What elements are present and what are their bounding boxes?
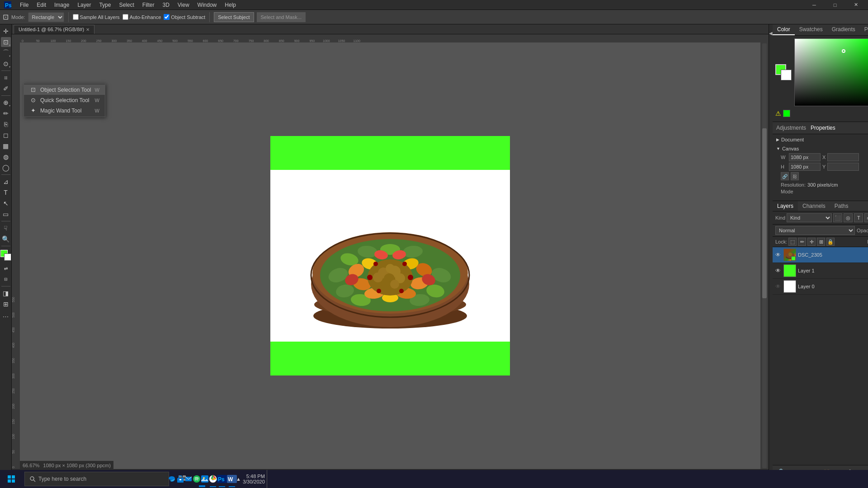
sample-all-layers-checkbox[interactable]: Sample All Layers bbox=[73, 14, 120, 20]
type-tool[interactable]: T bbox=[1, 188, 11, 197]
filter-shape-btn[interactable]: ▭ bbox=[864, 213, 868, 222]
taskbar-clock[interactable]: 5:48 PM 3/30/2020 bbox=[243, 474, 265, 484]
layer-item-layer1[interactable]: 👁 Layer 1 bbox=[773, 263, 868, 279]
height-input[interactable] bbox=[789, 163, 821, 171]
y-input[interactable] bbox=[827, 163, 859, 171]
select-subject-button[interactable]: Select Subject bbox=[214, 12, 254, 22]
object-select-tool[interactable]: ⊙▾ bbox=[1, 59, 11, 69]
canvas-section-header[interactable]: ▼ Canvas bbox=[776, 146, 868, 151]
eraser-tool[interactable]: ◻ bbox=[1, 130, 11, 140]
taskbar-app-photoshop[interactable]: Ps bbox=[217, 470, 227, 488]
swap-colors-button[interactable]: ⇄ bbox=[1, 263, 11, 273]
gradient-tool[interactable]: ▦ bbox=[1, 141, 11, 151]
show-desktop-btn[interactable] bbox=[267, 470, 269, 488]
menu-3d[interactable]: 3D bbox=[159, 1, 173, 9]
app-icon[interactable]: Ps bbox=[2, 0, 14, 10]
properties-tab-active[interactable]: Properties bbox=[811, 125, 835, 131]
blur-tool[interactable]: ◍ bbox=[1, 152, 11, 162]
quick-mask-button[interactable]: ◨ bbox=[1, 288, 11, 298]
path-select-tool[interactable]: ↖ bbox=[1, 198, 11, 208]
taskbar-search-box[interactable]: Type here to search bbox=[24, 472, 169, 486]
layer-visibility-dsc2305[interactable]: 👁 bbox=[774, 251, 782, 258]
object-subtract-checkbox[interactable]: Object Subtract bbox=[164, 14, 205, 20]
lock-transparent-btn[interactable]: ⬚ bbox=[788, 238, 797, 246]
filter-adjust-btn[interactable]: ◎ bbox=[844, 213, 853, 222]
width-input[interactable] bbox=[789, 153, 821, 161]
crop-tool[interactable]: ⌗ bbox=[1, 73, 11, 83]
lock-artboard-btn[interactable]: ⊞ bbox=[817, 238, 825, 246]
filter-pixel-btn[interactable]: ⬛ bbox=[833, 213, 842, 222]
taskbar-app-photos[interactable] bbox=[201, 470, 209, 488]
canvas-viewport[interactable] bbox=[20, 42, 760, 469]
tab-close-icon[interactable]: ✕ bbox=[86, 27, 90, 32]
sample-all-layers-input[interactable] bbox=[73, 14, 79, 20]
screen-mode-button[interactable]: ⊞ bbox=[1, 299, 11, 309]
object-selection-tool-item[interactable]: ⊡ Object Selection Tool W bbox=[24, 84, 105, 95]
menu-view[interactable]: View bbox=[174, 1, 193, 9]
lock-image-btn[interactable]: ✏ bbox=[798, 238, 806, 246]
layer-item-layer0[interactable]: 👁 Layer 0 🔒 bbox=[773, 279, 868, 295]
auto-enhance-input[interactable] bbox=[123, 14, 128, 20]
vertical-scrollbar[interactable] bbox=[760, 42, 769, 469]
document-tab[interactable]: Untitled-1 @ 66.7% (RGB/8#) ✕ bbox=[14, 25, 94, 34]
menu-type[interactable]: Type bbox=[95, 1, 114, 9]
taskbar-app-explorer[interactable]: Ps W bbox=[193, 470, 212, 488]
lock-all-btn[interactable]: 🔒 bbox=[826, 238, 835, 246]
tab-gradients[interactable]: Gradients bbox=[827, 24, 860, 35]
layer-visibility-layer0[interactable]: 👁 bbox=[774, 283, 782, 290]
tab-patterns[interactable]: Patterns bbox=[860, 24, 868, 35]
tab-channels[interactable]: Channels bbox=[798, 201, 830, 211]
pen-tool[interactable]: ⊿ bbox=[1, 177, 11, 187]
menu-filter[interactable]: Filter bbox=[139, 1, 158, 9]
panel-collapse-button[interactable]: ◀ bbox=[769, 26, 773, 40]
auto-enhance-checkbox[interactable]: Auto-Enhance bbox=[123, 14, 161, 20]
lock-position-btn[interactable]: ✛ bbox=[807, 238, 816, 246]
background-color-swatch[interactable] bbox=[4, 253, 11, 261]
select-rect-tool[interactable]: ⊡▾ bbox=[1, 37, 11, 47]
taskbar-app-store[interactable] bbox=[176, 470, 184, 488]
layer-item-dsc2305[interactable]: 👁 DSC_2305 bbox=[773, 247, 868, 263]
menu-file[interactable]: File bbox=[16, 1, 32, 9]
document-section-header[interactable]: ▶ Document bbox=[776, 137, 868, 142]
tab-paths[interactable]: Paths bbox=[830, 201, 853, 211]
taskbar-app-word[interactable]: W bbox=[227, 470, 237, 488]
tab-swatches[interactable]: Swatches bbox=[795, 24, 827, 35]
kind-select[interactable]: Kind bbox=[787, 213, 832, 222]
minimize-button[interactable]: ─ bbox=[804, 0, 825, 10]
shape-tool[interactable]: ▭ bbox=[1, 209, 11, 219]
menu-edit[interactable]: Edit bbox=[33, 1, 50, 9]
mode-select[interactable]: Rectangle Lasso bbox=[28, 12, 64, 22]
taskbar-app-chrome[interactable] bbox=[209, 470, 217, 488]
menu-help[interactable]: Help bbox=[221, 1, 240, 9]
color-picker-gradient[interactable] bbox=[794, 38, 868, 106]
layer-visibility-layer1[interactable]: 👁 bbox=[774, 267, 782, 274]
dodge-tool[interactable]: ◯ bbox=[1, 163, 11, 173]
quick-selection-tool-item[interactable]: ⊙ Quick Selection Tool W bbox=[24, 95, 105, 105]
close-button[interactable]: ✕ bbox=[845, 0, 866, 10]
object-subtract-input[interactable] bbox=[164, 14, 170, 20]
tab-layers[interactable]: Layers bbox=[773, 201, 798, 211]
taskbar-app-mail[interactable] bbox=[184, 470, 193, 488]
background-swatch[interactable] bbox=[781, 70, 792, 80]
brush-tool[interactable]: ✏ bbox=[1, 108, 11, 118]
menu-select[interactable]: Select bbox=[115, 1, 137, 9]
filter-type-btn[interactable]: T bbox=[854, 213, 863, 222]
tab-color[interactable]: Color bbox=[773, 24, 795, 35]
maximize-button[interactable]: □ bbox=[825, 0, 845, 10]
zoom-tool[interactable]: 🔍 bbox=[1, 234, 11, 244]
clone-tool[interactable]: ⎘ bbox=[1, 119, 11, 129]
x-input[interactable] bbox=[827, 153, 859, 161]
menu-layer[interactable]: Layer bbox=[74, 1, 94, 9]
select-and-mask-button[interactable]: Select and Mask... bbox=[257, 12, 306, 22]
taskbar-app-edge[interactable] bbox=[167, 470, 176, 488]
magic-wand-tool-item[interactable]: ✦ Magic Wand Tool W bbox=[24, 105, 105, 116]
menu-window[interactable]: Window bbox=[194, 1, 221, 9]
lock-width-height-icon[interactable]: 🔗 bbox=[781, 172, 789, 180]
menu-image[interactable]: Image bbox=[51, 1, 73, 9]
extra-tools-button[interactable]: … bbox=[1, 310, 11, 320]
adjustments-tab[interactable]: Adjustments bbox=[776, 125, 806, 131]
taskbar-app-spotify[interactable] bbox=[193, 470, 201, 488]
hand-tool[interactable]: ☟ bbox=[1, 223, 11, 233]
scrollbar-v-thumb[interactable] bbox=[762, 128, 767, 298]
eyedropper-tool[interactable]: ✐ bbox=[1, 84, 11, 94]
